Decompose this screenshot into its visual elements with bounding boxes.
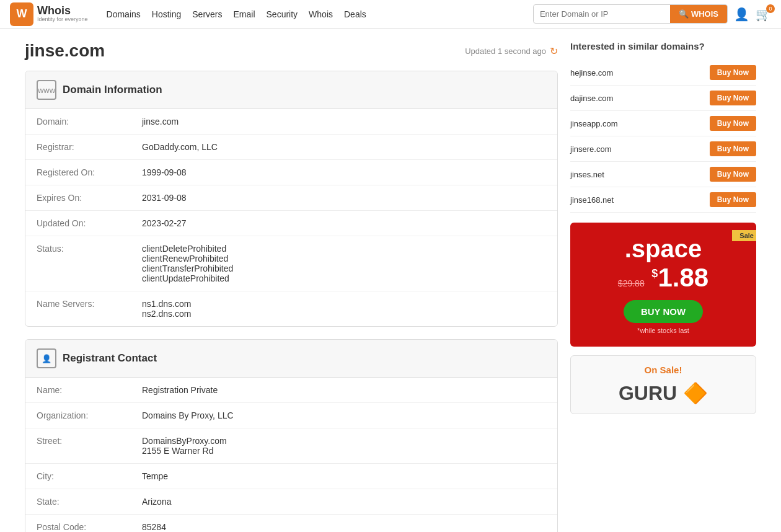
field-value: jinse.com xyxy=(131,109,557,135)
whois-button[interactable]: 🔍 WHOIS xyxy=(670,5,727,23)
field-value: 2023-02-27 xyxy=(131,211,557,236)
table-row: Name Servers: ns1.dns.comns2.dns.com xyxy=(25,291,557,327)
field-value: Registration Private xyxy=(131,378,557,403)
list-item: jinseapp.com Buy Now xyxy=(570,111,756,136)
navbar: W Whois Identity for everyone Domains Ho… xyxy=(0,0,781,29)
sidebar: Interested in similar domains? hejinse.c… xyxy=(570,41,756,532)
user-icon[interactable]: 👤 xyxy=(734,7,749,22)
field-value: 2031-09-08 xyxy=(131,185,557,211)
field-label: Expires On: xyxy=(25,185,131,211)
domain-info-title: Domain Information xyxy=(63,84,162,96)
table-row: Registrar: GoDaddy.com, LLC xyxy=(25,135,557,160)
refresh-icon[interactable]: ↻ xyxy=(550,45,558,57)
on-sale-card: On Sale! GURU 🔶 xyxy=(570,355,756,414)
domain-name: jinses.net xyxy=(570,170,604,179)
sale-note: *while stocks last xyxy=(583,327,744,334)
www-icon: www xyxy=(37,80,56,100)
field-value: ns1.dns.comns2.dns.com xyxy=(131,291,557,327)
sale-prices: $29.88 $1.88 xyxy=(583,263,744,293)
search-bar: 🔍 WHOIS xyxy=(533,4,728,24)
sale-card: Sale .space $29.88 $1.88 BUY NOW *while … xyxy=(570,223,756,347)
field-label: Name: xyxy=(25,378,131,403)
field-value: clientDeleteProhibitedclientRenewProhibi… xyxy=(131,236,557,291)
page-title-row: jinse.com Updated 1 second ago ↻ xyxy=(25,41,558,61)
field-value: 85284 xyxy=(131,515,557,533)
buy-button[interactable]: Buy Now xyxy=(710,167,756,182)
sale-tld: .space xyxy=(583,235,744,263)
field-label: Registrar: xyxy=(25,135,131,160)
table-row: Expires On: 2031-09-08 xyxy=(25,185,557,211)
registrant-table: Name: Registration PrivateOrganization: … xyxy=(25,378,557,532)
domain-name: hejinse.com xyxy=(570,68,613,78)
guru-logos: GURU 🔶 xyxy=(580,381,747,405)
page-title: jinse.com xyxy=(25,41,105,61)
table-row: Updated On: 2023-02-27 xyxy=(25,211,557,236)
buy-button[interactable]: Buy Now xyxy=(710,91,756,105)
table-row: Status: clientDeleteProhibitedclientRene… xyxy=(25,236,557,291)
content-area: jinse.com Updated 1 second ago ↻ www Dom… xyxy=(25,41,558,532)
logo-tagline: Identity for everyone xyxy=(37,17,88,23)
buy-button[interactable]: Buy Now xyxy=(710,116,756,131)
nav-security[interactable]: Security xyxy=(267,9,298,19)
sale-old-price: $29.88 xyxy=(618,278,645,288)
sidebar-title: Interested in similar domains? xyxy=(570,41,756,51)
nav-deals[interactable]: Deals xyxy=(344,9,366,19)
field-label: State: xyxy=(25,489,131,515)
field-label: Registered On: xyxy=(25,160,131,185)
logo-icon: W xyxy=(10,2,33,26)
domain-name: jinseapp.com xyxy=(570,119,618,128)
table-row: Name: Registration Private xyxy=(25,378,557,403)
search-input[interactable] xyxy=(534,6,670,22)
logo-text: Whois Identity for everyone xyxy=(37,5,88,24)
buy-button[interactable]: Buy Now xyxy=(710,141,756,156)
field-label: Organization: xyxy=(25,403,131,428)
list-item: dajinse.com Buy Now xyxy=(570,86,756,111)
table-row: State: Arizona xyxy=(25,489,557,515)
search-icon: 🔍 xyxy=(679,9,689,19)
field-value: Domains By Proxy, LLC xyxy=(131,403,557,428)
field-label: Status: xyxy=(25,236,131,291)
sale-currency: $ xyxy=(651,267,658,280)
field-label: Domain: xyxy=(25,109,131,135)
buy-button[interactable]: Buy Now xyxy=(710,65,756,80)
nav-hosting[interactable]: Hosting xyxy=(152,9,181,19)
field-label: City: xyxy=(25,464,131,489)
cart-wrap[interactable]: 🛒 0 xyxy=(756,7,771,22)
nav-domains[interactable]: Domains xyxy=(107,9,141,19)
field-value: Arizona xyxy=(131,489,557,515)
updated-text: Updated 1 second ago ↻ xyxy=(465,45,558,57)
on-sale-label: On Sale! xyxy=(580,365,747,375)
table-row: Registered On: 1999-09-08 xyxy=(25,160,557,185)
nav-servers[interactable]: Servers xyxy=(192,9,222,19)
field-value: GoDaddy.com, LLC xyxy=(131,135,557,160)
sale-price-value: 1.88 xyxy=(658,263,708,292)
field-value: Tempe xyxy=(131,464,557,489)
updated-label: Updated 1 second ago xyxy=(465,47,546,56)
table-row: City: Tempe xyxy=(25,464,557,489)
list-item: hejinse.com Buy Now xyxy=(570,60,756,86)
list-item: jinsere.com Buy Now xyxy=(570,136,756,162)
field-value: DomainsByProxy.com2155 E Warner Rd xyxy=(131,428,557,464)
nav-email[interactable]: Email xyxy=(234,9,255,19)
guru-text: GURU xyxy=(619,382,677,405)
domain-info-card: www Domain Information Domain: jinse.com… xyxy=(25,71,558,327)
nav-links: Domains Hosting Servers Email Security W… xyxy=(107,9,366,19)
brand-name: Whois xyxy=(37,5,88,17)
cart-badge: 0 xyxy=(766,4,775,13)
buy-button[interactable]: Buy Now xyxy=(710,192,756,207)
domain-info-header: www Domain Information xyxy=(25,71,557,109)
domain-name: jinsere.com xyxy=(570,144,611,154)
logo[interactable]: W Whois Identity for everyone xyxy=(10,2,88,26)
domain-info-table: Domain: jinse.comRegistrar: GoDaddy.com,… xyxy=(25,109,557,326)
registrant-header: 👤 Registrant Contact xyxy=(25,340,557,378)
field-label: Updated On: xyxy=(25,211,131,236)
list-item: jinses.net Buy Now xyxy=(570,162,756,187)
nav-right: 🔍 WHOIS 👤 🛒 0 xyxy=(533,4,771,24)
buy-now-button[interactable]: BUY NOW xyxy=(624,300,703,323)
similar-domains-list: hejinse.com Buy Nowdajinse.com Buy Nowji… xyxy=(570,60,756,213)
domain-name: dajinse.com xyxy=(570,94,613,103)
main-layout: jinse.com Updated 1 second ago ↻ www Dom… xyxy=(0,29,781,532)
nav-whois[interactable]: Whois xyxy=(309,9,333,19)
field-label: Postal Code: xyxy=(25,515,131,533)
person-icon: 👤 xyxy=(37,348,56,368)
